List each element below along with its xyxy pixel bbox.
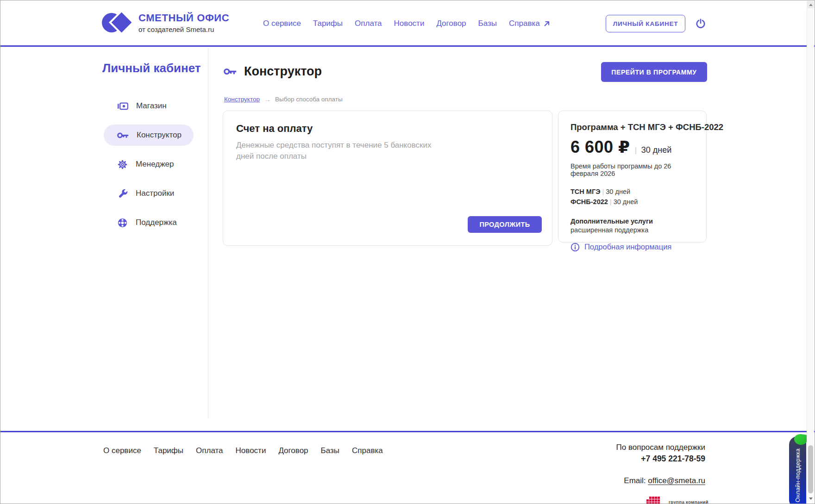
price-period: 30 дней [641,145,672,155]
sidebar-item-support[interactable]: Поддержка [104,212,194,233]
footer-nav-help[interactable]: Справка [352,446,383,455]
sidebar-divider [208,48,208,418]
details-link[interactable]: Подробная информация [570,243,694,252]
nav-contract[interactable]: Договор [436,19,466,28]
scrollbar-thumb[interactable] [808,445,813,493]
sidebar-item-settings[interactable]: Настройки [104,183,194,204]
sidebar-item-constructor[interactable]: Конструктор [104,124,194,146]
footer-nav-payment[interactable]: Оплата [196,446,223,455]
email-label: Email: [624,476,646,485]
extras-value: расширенная поддержка [570,226,694,234]
summary-title: Программа + ТСН МГЭ + ФСНБ-2022 [570,122,694,132]
scrollbar-up-arrow-icon[interactable] [807,1,814,8]
breadcrumb-constructor-link[interactable]: Конструктор [224,96,260,103]
email-row: Email: office@smeta.ru [624,476,705,485]
info-icon [570,243,580,252]
price-row: 6 600 ₽ | 30 дней [570,137,694,157]
support-label: По вопросам поддержки [616,443,705,452]
lifebuoy-icon [117,218,128,228]
brand-logo[interactable]: СМЕТНЫЙ ОФИС от создателей Smeta.ru [102,12,229,34]
group-of-companies-logo [646,497,660,504]
nav-news[interactable]: Новости [394,19,425,28]
order-summary-card: Программа + ТСН МГЭ + ФСНБ-2022 6 600 ₽ … [558,111,707,243]
sidebar-item-label: Конструктор [137,131,182,140]
app-window: СМЕТНЫЙ ОФИС от создателей Smeta.ru О се… [0,0,815,504]
breadcrumb: Конструктор → Выбор способа оплаты [224,95,343,103]
sidebar-title: Личный кабинет [102,61,201,75]
footer-nav-about[interactable]: О сервисе [103,446,141,455]
continue-button[interactable]: ПРОДОЛЖИТЬ [468,216,542,233]
footer-nav-news[interactable]: Новости [236,446,266,455]
sidebar-item-label: Магазин [136,101,167,111]
chat-tab-label: Онлайн-поддержка [795,448,801,502]
main-nav: О сервисе Тарифы Оплата Новости Договор … [263,0,551,47]
sidebar-menu: Магазин Конструктор Менеджер Настройки П… [104,95,194,233]
footer-nav: О сервисе Тарифы Оплата Новости Договор … [103,446,383,455]
sidebar-item-manager[interactable]: Менеджер [104,154,194,175]
brand-subtitle: от создателей Smeta.ru [138,25,229,33]
gear-icon [117,159,128,170]
extras-block: Дополнительные услуги расширенная поддер… [570,218,694,234]
summary-items: ТСН МГЭ | 30 дней ФСНБ-2022 | 30 дней [570,187,694,207]
go-to-program-button[interactable]: ПЕРЕЙТИ В ПРОГРАММУ [601,62,707,82]
personal-cabinet-button[interactable]: ЛИЧНЫЙ КАБИНЕТ [606,15,685,32]
logout-power-icon[interactable] [695,18,707,30]
vertical-scrollbar[interactable] [807,1,814,503]
external-link-icon [543,20,551,27]
price-separator: | [635,146,637,155]
program-validity: Время работы программы до 26 февраля 202… [570,162,694,177]
extras-title: Дополнительные услуги [570,218,694,225]
summary-item: ТСН МГЭ | 30 дней [570,187,694,197]
site-header: СМЕТНЫЙ ОФИС от создателей Smeta.ru О се… [0,0,815,47]
leaf-icon [794,433,808,446]
payment-method-card: Счет на оплату Денежные средства поступя… [223,111,552,246]
page-title-row: Конструктор [224,64,322,79]
sidebar-item-label: Поддержка [136,218,177,227]
summary-item: ФСНБ-2022 | 30 дней [570,197,694,207]
banknote-icon [117,102,128,111]
price-value: 6 600 ₽ [570,137,630,157]
support-phone: +7 495 221-78-59 [616,454,705,464]
logo-icon [102,12,132,34]
scrollbar-down-arrow-icon[interactable] [807,495,814,502]
footer-divider [0,431,815,432]
sidebar-item-label: Настройки [136,189,174,198]
wrench-icon [117,188,128,199]
sidebar-item-shop[interactable]: Магазин [104,95,194,117]
footer-nav-contract[interactable]: Договор [278,446,308,455]
online-support-chat-tab[interactable]: Онлайн-поддержка [789,436,806,504]
key-icon [224,67,237,76]
footer-nav-tariffs[interactable]: Тарифы [154,446,183,455]
payment-card-title: Счет на оплату [236,123,552,135]
breadcrumb-current: Выбор способа оплаты [275,96,343,103]
email-link[interactable]: office@smeta.ru [648,476,705,485]
footer-nav-bases[interactable]: Базы [321,446,339,455]
nav-payment[interactable]: Оплата [355,19,382,28]
key-icon [117,131,129,139]
details-link-label: Подробная информация [584,243,671,251]
sidebar-item-label: Менеджер [136,160,174,169]
payment-card-description: Денежные средства поступят в течение 5 б… [236,140,445,162]
support-contacts: По вопросам поддержки +7 495 221-78-59 [616,443,705,464]
brand-title: СМЕТНЫЙ ОФИС [138,12,229,24]
page-title: Конструктор [244,64,322,79]
breadcrumb-arrow-icon: → [264,95,271,103]
nav-about[interactable]: О сервисе [263,19,301,28]
nav-bases[interactable]: Базы [478,19,497,28]
nav-help[interactable]: Справка [509,19,551,28]
group-caption: группа компаний [669,499,708,504]
nav-tariffs[interactable]: Тарифы [313,19,343,28]
